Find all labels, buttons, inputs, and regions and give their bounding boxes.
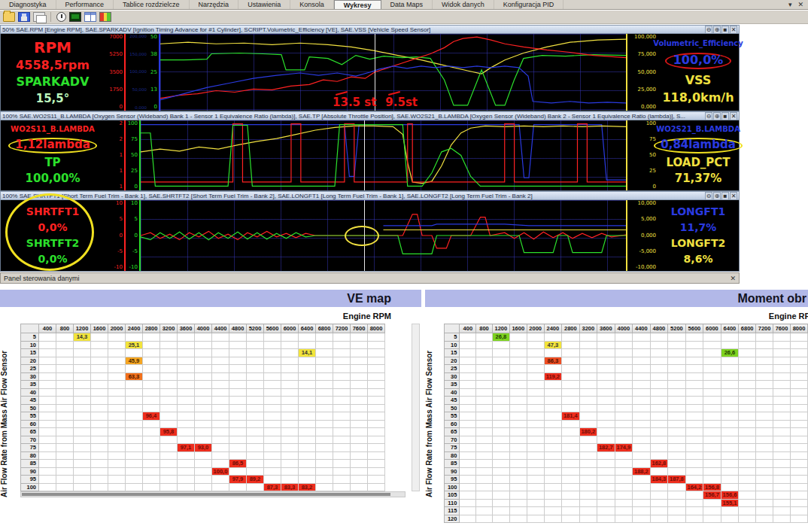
map-cell-95-2400[interactable] [544, 476, 561, 484]
map-cell-50-6400[interactable] [721, 404, 739, 412]
map-cell-50-2000[interactable] [108, 404, 126, 412]
map-cell-55-3600[interactable] [178, 412, 195, 421]
map-cell-75-1600[interactable] [509, 444, 527, 452]
map-cell-70-2800[interactable] [143, 436, 160, 444]
map-cell-10-8000[interactable] [368, 341, 385, 349]
map-cell-40-7600[interactable] [773, 388, 791, 397]
map-cell-35-1600[interactable] [91, 381, 108, 389]
map-cell-110-1200[interactable] [492, 499, 509, 507]
map-cell-55-1600[interactable] [91, 412, 108, 421]
map-cell-20-4800[interactable] [229, 357, 247, 365]
map-cell-15-4000[interactable] [195, 349, 212, 357]
map-cell-95-7600[interactable] [773, 476, 791, 484]
map-cell-110-800[interactable] [476, 499, 493, 507]
map-cell-55-800[interactable] [476, 412, 493, 421]
map-cell-115-5600[interactable] [685, 507, 703, 515]
map-cell-85-6000[interactable] [703, 460, 721, 468]
map-cell-105-4000[interactable] [615, 491, 633, 500]
map-cell-15-400[interactable] [460, 349, 476, 357]
map-cell-5-400[interactable] [460, 333, 476, 342]
map-cell-30-800[interactable] [476, 372, 493, 381]
map-cell-100-800[interactable] [56, 483, 74, 491]
map-cell-110-5200[interactable] [668, 499, 686, 507]
map-cell-50-4800[interactable] [229, 404, 247, 412]
map-cell-100-6800[interactable] [739, 483, 756, 491]
map-cell-20-7600[interactable] [351, 357, 368, 365]
close-icon[interactable]: ✕ [730, 192, 737, 200]
close-icon[interactable]: ✕ [730, 112, 737, 120]
map-cell-30-6800[interactable] [739, 372, 756, 381]
map-cell-80-5600[interactable] [685, 451, 703, 460]
map-cell-45-4800[interactable] [229, 397, 247, 405]
map-cell-65-5200[interactable] [247, 428, 264, 436]
map-cell-40-800[interactable] [476, 388, 493, 397]
map-cell-55-2000[interactable] [527, 412, 544, 421]
map-cell-30-2800[interactable] [562, 372, 580, 381]
close-icon[interactable]: ✕ [797, 1, 803, 8]
map-cell-35-4000[interactable] [195, 381, 212, 389]
map-cell-70-1600[interactable] [91, 436, 108, 444]
map-cell-65-7200[interactable] [333, 428, 351, 436]
map-cell-35-4800[interactable] [650, 381, 668, 389]
map-cell-45-5600[interactable] [264, 397, 281, 405]
map-cell-60-2800[interactable] [562, 420, 580, 428]
map-cell-70-3200[interactable] [579, 436, 597, 444]
map-cell-120-5200[interactable] [668, 515, 686, 523]
map-cell-20-7200[interactable] [756, 357, 773, 365]
map-cell-35-7200[interactable] [756, 381, 773, 389]
map-cell-85-3600[interactable] [597, 460, 615, 468]
map-cell-40-7200[interactable] [333, 388, 351, 397]
map-cell-45-7600[interactable] [773, 397, 791, 405]
map-cell-75-5200[interactable] [247, 444, 264, 452]
map-cell-20-3600[interactable] [597, 357, 615, 365]
vertical-scrollbar[interactable] [412, 324, 420, 491]
map-cell-25-5200[interactable] [668, 365, 686, 373]
map-cell-20-2800[interactable] [143, 357, 160, 365]
map-cell-50-6000[interactable] [281, 404, 299, 412]
map-cell-90-800[interactable] [476, 467, 493, 476]
map-cell-60-3200[interactable] [160, 420, 178, 428]
map-cell-10-7600[interactable] [351, 341, 368, 349]
map-cell-90-2800[interactable] [143, 467, 160, 476]
map-cell-95-400[interactable] [460, 476, 476, 484]
map-cell-120-3200[interactable] [579, 515, 597, 523]
map-cell-45-6400[interactable] [299, 397, 316, 405]
map-cell-55-4800[interactable] [229, 412, 247, 421]
map-cell-95-7600[interactable] [351, 476, 368, 484]
map-cell-100-6000[interactable]: 156,8 [703, 483, 721, 491]
map-cell-20-7600[interactable] [773, 357, 791, 365]
map-cell-90-6400[interactable] [721, 467, 739, 476]
data-map-icon[interactable] [99, 12, 111, 22]
map-cell-115-4400[interactable] [633, 507, 651, 515]
map-cell-50-5200[interactable] [668, 404, 686, 412]
map-cell-25-1200[interactable] [492, 365, 509, 373]
map-cell-10-3200[interactable] [160, 341, 178, 349]
map-cell-30-8000[interactable] [368, 372, 385, 381]
map-cell-5-6000[interactable] [281, 333, 299, 342]
map-cell-50-400[interactable] [39, 404, 56, 412]
map-cell-55-6400[interactable] [299, 412, 316, 421]
map-cell-60-6400[interactable] [299, 420, 316, 428]
map-cell-15-7200[interactable] [756, 349, 773, 357]
map-cell-50-5600[interactable] [264, 404, 281, 412]
map-cell-50-6800[interactable] [739, 404, 756, 412]
map-cell-85-1600[interactable] [91, 460, 108, 468]
map-cell-15-6800[interactable] [316, 349, 333, 357]
map-cell-80-4800[interactable] [229, 451, 247, 460]
map-cell-15-800[interactable] [56, 349, 74, 357]
map-cell-90-7600[interactable] [773, 467, 791, 476]
map-cell-75-5600[interactable] [685, 444, 703, 452]
map-cell-35-5200[interactable] [247, 381, 264, 389]
map-cell-65-6800[interactable] [739, 428, 756, 436]
map-cell-115-3200[interactable] [579, 507, 597, 515]
menu-item-ustawienia[interactable]: Ustawienia [238, 0, 290, 9]
map-cell-45-7600[interactable] [351, 397, 368, 405]
map-cell-70-6800[interactable] [739, 436, 756, 444]
map-cell-55-2800[interactable]: 181,4 [562, 412, 580, 421]
map-cell-120-4400[interactable] [633, 515, 651, 523]
map-cell-90-400[interactable] [460, 467, 476, 476]
map-cell-70-6400[interactable] [299, 436, 316, 444]
map-cell-45-6000[interactable] [703, 397, 721, 405]
map-cell-10-7600[interactable] [773, 341, 791, 349]
map-cell-100-5200[interactable] [668, 483, 686, 491]
